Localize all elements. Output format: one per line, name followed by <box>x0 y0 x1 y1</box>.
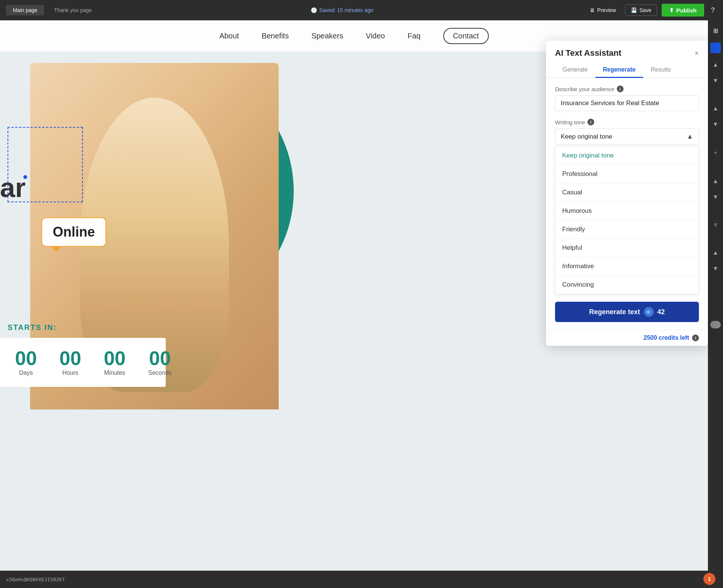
tone-option-helpful[interactable]: Helpful <box>555 239 699 257</box>
credits-left-text: 2500 credits left <box>644 334 689 341</box>
credits-info-icon: i <box>692 334 699 341</box>
ai-tabs: Generate Regenerate Results <box>546 63 708 78</box>
help-button[interactable]: ? <box>709 4 717 17</box>
notification-badge[interactable]: 1 <box>703 573 715 585</box>
tone-selected-value: Keep original tone <box>561 133 612 141</box>
sidebar-grid-icon[interactable]: ⊞ <box>711 25 720 37</box>
ai-panel-title: AI Text Assistant <box>555 48 621 58</box>
saved-status-text: Saved: 15 minutes ago <box>319 7 373 13</box>
countdown-days-label: Days <box>15 370 37 376</box>
tone-option-professional[interactable]: Professional <box>555 165 699 183</box>
audience-field-label: Describe your audience i <box>555 86 699 92</box>
sidebar-blue-block[interactable] <box>710 43 721 53</box>
tab-thank-you-page[interactable]: Thank you page <box>47 5 98 15</box>
countdown-bar: 00 Days 00 Hours 00 Minutes 00 Seconds <box>0 338 166 387</box>
countdown-minutes-value: 00 <box>104 348 126 368</box>
ai-text-assistant-panel: AI Text Assistant × Generate Regenerate … <box>546 41 708 346</box>
nav-speakers[interactable]: Speakers <box>311 32 343 40</box>
bottom-code-text: x3QeHsQKQNVXEJIS0ZKT <box>6 577 65 582</box>
countdown-minutes: 00 Minutes <box>104 348 126 376</box>
countdown-hours: 00 Hours <box>59 348 81 376</box>
topbar-actions: 🖥 Preview 💾 Save ⬆ Publish ? <box>585 4 717 17</box>
tone-option-humorous[interactable]: Humorous <box>555 202 699 220</box>
sidebar-align-icon[interactable]: ≡ <box>711 219 719 231</box>
tab-regenerate[interactable]: Regenerate <box>595 63 643 78</box>
nav-contact[interactable]: Contact <box>443 28 489 44</box>
countdown-days: 00 Days <box>15 348 37 376</box>
preview-button[interactable]: 🖥 Preview <box>585 5 621 15</box>
sidebar-arrow-up-3[interactable]: ▲ <box>710 176 721 187</box>
sidebar-toggle[interactable] <box>710 321 721 328</box>
ai-panel-body: Describe your audience i Writing tone i … <box>546 78 708 330</box>
audience-input[interactable] <box>555 95 699 111</box>
countdown-hours-label: Hours <box>59 370 81 376</box>
clock-icon: 🕐 <box>311 7 317 13</box>
countdown-seconds: 00 Seconds <box>148 348 172 376</box>
nav-video[interactable]: Video <box>366 32 385 40</box>
tab-main-page[interactable]: Main page <box>6 5 44 15</box>
tone-option-convincing[interactable]: Convincing <box>555 276 699 294</box>
ai-panel-header: AI Text Assistant × <box>546 41 708 58</box>
tone-option-keep-original[interactable]: Keep original tone <box>555 147 699 165</box>
save-button[interactable]: 💾 Save <box>625 5 657 16</box>
tone-option-casual[interactable]: Casual <box>555 183 699 202</box>
main-area: About Benefits Speakers Video Faq Contac… <box>0 20 723 588</box>
tone-info-icon: i <box>587 119 594 125</box>
countdown-hours-value: 00 <box>59 348 81 368</box>
regenerate-label: Regenerate text <box>589 308 640 316</box>
chevron-up-icon: ▲ <box>686 133 693 141</box>
publish-icon: ⬆ <box>669 7 674 14</box>
selection-handle[interactable] <box>23 175 27 179</box>
sidebar-scroll-down-1[interactable]: ▼ <box>710 75 721 86</box>
saved-status[interactable]: 🕐 Saved: 15 minutes ago <box>102 7 582 13</box>
sidebar-arrow-down-3[interactable]: ▼ <box>710 191 721 203</box>
speech-bubble: Online <box>41 217 106 247</box>
tone-field-label: Writing tone i <box>555 119 699 125</box>
sidebar-arrow-down-4[interactable]: ▼ <box>710 263 721 274</box>
ai-panel-close-button[interactable]: × <box>694 49 699 58</box>
bottom-bar: x3QeHsQKQNVXEJIS0ZKT 1 <box>0 571 723 588</box>
sidebar-arrow-up-4[interactable]: ▲ <box>710 247 721 258</box>
countdown-days-value: 00 <box>15 348 37 368</box>
preview-icon: 🖥 <box>590 7 595 13</box>
sidebar-scroll-up[interactable]: ▲ <box>710 59 721 70</box>
tone-selector[interactable]: Keep original tone ▲ <box>555 128 699 145</box>
countdown-seconds-value: 00 <box>148 348 172 368</box>
regenerate-button[interactable]: Regenerate text © 42 <box>555 302 699 322</box>
publish-button[interactable]: ⬆ Publish <box>662 4 704 17</box>
nav-faq[interactable]: Faq <box>407 32 420 40</box>
countdown-minutes-label: Minutes <box>104 370 126 376</box>
tone-option-friendly[interactable]: Friendly <box>555 220 699 239</box>
tab-generate[interactable]: Generate <box>555 63 595 78</box>
countdown-seconds-label: Seconds <box>148 370 172 376</box>
credits-footer: 2500 credits left i <box>546 330 708 346</box>
credits-cost: 42 <box>657 308 665 316</box>
tone-section: Writing tone i Keep original tone ▲ Keep… <box>555 119 699 294</box>
hero-partial-text: ar <box>0 172 26 203</box>
topbar: Main page Thank you page 🕐 Saved: 15 min… <box>0 0 723 20</box>
tone-dropdown: Keep original tone Professional Casual H… <box>555 146 699 294</box>
sidebar-arrow-down-2[interactable]: ▼ <box>710 119 721 130</box>
sidebar-plus-icon[interactable]: ＋ <box>710 147 721 159</box>
right-sidebar: ⊞ ▲ ▼ ▲ ▼ ＋ ▲ ▼ ≡ ▲ ▼ <box>708 20 723 588</box>
sidebar-arrow-up-2[interactable]: ▲ <box>710 103 721 114</box>
save-icon: 💾 <box>631 7 637 13</box>
audience-info-icon: i <box>617 86 624 92</box>
nav-benefits[interactable]: Benefits <box>262 32 289 40</box>
tone-option-informative[interactable]: Informative <box>555 257 699 276</box>
tab-results[interactable]: Results <box>643 63 678 78</box>
coin-icon: © <box>644 307 654 317</box>
nav-about[interactable]: About <box>219 32 239 40</box>
